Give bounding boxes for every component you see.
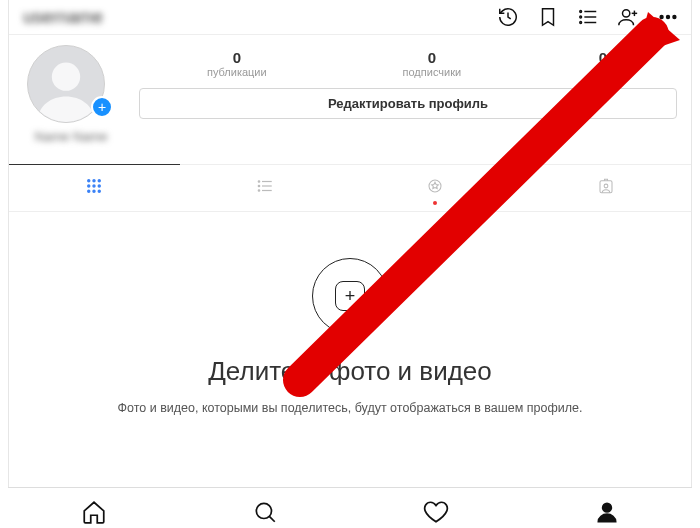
profile-summary: + Name Name 0 публикации 0 подписчики 0 … <box>9 35 691 152</box>
svg-point-26 <box>258 185 260 187</box>
svg-rect-29 <box>600 181 612 193</box>
stat-following[interactable]: 0 по <box>597 49 609 78</box>
svg-point-12 <box>52 63 80 91</box>
add-content-button[interactable]: + <box>312 258 388 334</box>
nav-profile[interactable] <box>593 498 621 526</box>
tab-saved[interactable] <box>350 165 521 211</box>
tab-grid[interactable] <box>9 164 180 211</box>
stat-posts[interactable]: 0 публикации <box>207 49 267 78</box>
nav-home[interactable] <box>80 498 108 526</box>
nav-activity[interactable] <box>422 498 450 526</box>
empty-subtitle: Фото и видео, которыми вы поделитесь, бу… <box>29 401 671 415</box>
stat-posts-count: 0 <box>207 49 267 66</box>
svg-point-15 <box>99 180 101 182</box>
stat-followers-count: 0 <box>403 49 462 66</box>
stat-followers[interactable]: 0 подписчики <box>403 49 462 78</box>
stat-following-count: 0 <box>597 49 609 66</box>
svg-point-16 <box>88 185 90 187</box>
svg-point-33 <box>602 503 611 512</box>
discover-people-icon[interactable] <box>617 6 639 28</box>
svg-point-10 <box>667 16 670 19</box>
svg-point-27 <box>258 190 260 192</box>
stat-following-label: по <box>597 66 609 78</box>
list-icon[interactable] <box>577 6 599 28</box>
profile-tabs <box>9 164 691 212</box>
svg-point-9 <box>660 16 663 19</box>
bottom-nav <box>8 487 692 528</box>
archive-icon[interactable] <box>497 6 519 28</box>
tab-notification-dot <box>433 201 437 205</box>
svg-point-5 <box>580 22 582 24</box>
display-name: Name Name <box>27 129 115 144</box>
svg-point-21 <box>99 190 101 192</box>
svg-point-14 <box>93 180 95 182</box>
svg-point-3 <box>580 11 582 13</box>
svg-point-25 <box>258 181 260 183</box>
username-text: username <box>23 7 103 28</box>
bookmark-icon[interactable] <box>537 6 559 28</box>
svg-point-19 <box>88 190 90 192</box>
stats-area: 0 публикации 0 подписчики 0 по Редактиро… <box>139 45 677 144</box>
svg-point-4 <box>580 16 582 18</box>
svg-point-18 <box>99 185 101 187</box>
svg-point-11 <box>673 16 676 19</box>
plus-icon: + <box>335 281 365 311</box>
tab-list[interactable] <box>180 165 351 211</box>
edit-profile-button[interactable]: Редактировать профиль <box>139 88 677 119</box>
empty-title: Делитесь фото и видео <box>29 356 671 387</box>
svg-line-32 <box>269 516 274 521</box>
svg-point-20 <box>93 190 95 192</box>
more-options-icon[interactable] <box>657 6 679 28</box>
header-action-bar <box>497 6 679 28</box>
svg-point-31 <box>256 503 271 518</box>
profile-header: username <box>9 0 691 35</box>
stat-posts-label: публикации <box>207 66 267 78</box>
svg-point-6 <box>623 10 630 17</box>
stat-followers-label: подписчики <box>403 66 462 78</box>
svg-point-13 <box>88 180 90 182</box>
nav-search[interactable] <box>251 498 279 526</box>
add-story-badge[interactable]: + <box>91 96 113 118</box>
svg-point-17 <box>93 185 95 187</box>
svg-point-30 <box>604 184 608 188</box>
tab-tagged[interactable] <box>521 165 692 211</box>
empty-state: + Делитесь фото и видео Фото и видео, ко… <box>9 212 691 435</box>
avatar-container: + Name Name <box>27 45 115 144</box>
